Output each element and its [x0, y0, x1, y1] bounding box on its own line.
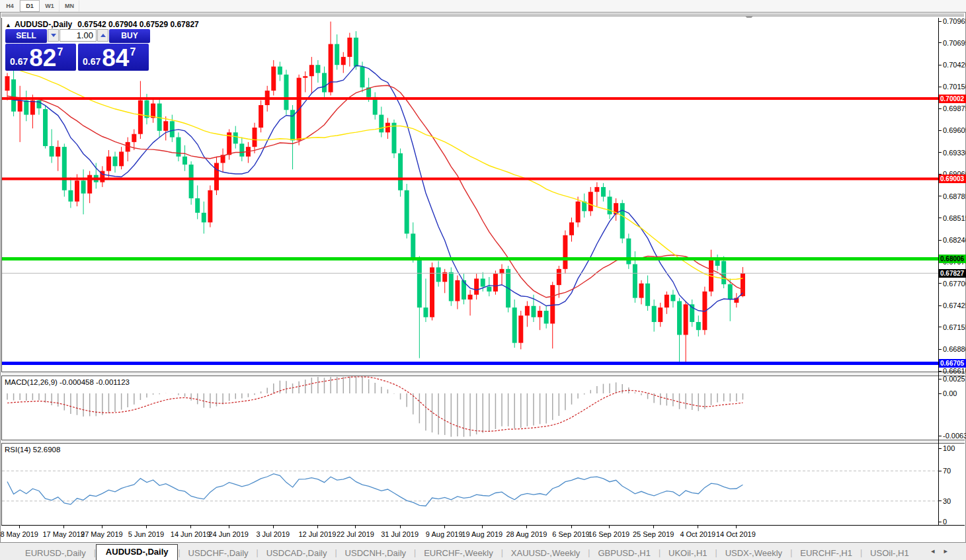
- tab-eurchf-h1[interactable]: EURCHF-,H1: [792, 546, 860, 560]
- price-axis-label: 0.67425: [943, 301, 966, 309]
- date-label: 31 Jul 2019: [381, 530, 419, 538]
- date-tick: [190, 526, 191, 528]
- tab-usoil-h1[interactable]: USOil-,H1: [862, 546, 917, 560]
- rsi-axis-label: 0: [943, 518, 947, 526]
- date-tick: [444, 526, 445, 528]
- period-button-h4[interactable]: H4: [0, 0, 20, 12]
- tab-usdcnh-daily[interactable]: USDCNH-,Daily: [337, 546, 414, 560]
- price-badge-0.68006: 0.68006: [939, 255, 966, 263]
- current-price-badge: 0.67827: [939, 269, 966, 278]
- sell-price-button[interactable]: 0.67 82 7: [5, 44, 76, 71]
- price-axis-tick: [938, 42, 942, 43]
- price-axis-tick: [938, 196, 942, 196]
- price-axis-tick: [938, 152, 942, 153]
- price-axis-tick: [938, 349, 942, 350]
- macd-pane[interactable]: [1, 376, 939, 440]
- collapse-icon[interactable]: ▲: [5, 22, 11, 28]
- date-tick: [400, 526, 401, 528]
- date-label: 5 Jun 2019: [128, 530, 164, 538]
- period-button-d1[interactable]: D1: [20, 0, 40, 12]
- volume-decrease-button[interactable]: [48, 29, 59, 42]
- date-label: 3 Jul 2019: [256, 530, 290, 538]
- price-axis-label: 0.67700: [943, 280, 966, 288]
- period-button-mn[interactable]: MN: [60, 0, 79, 12]
- date-tick: [317, 526, 318, 528]
- date-tick: [526, 526, 527, 528]
- price-axis-tick: [938, 240, 942, 241]
- price-badge-0.66705: 0.66705: [939, 359, 966, 368]
- price-chart-pane[interactable]: [1, 18, 939, 372]
- date-label: 9 Aug 2019: [426, 530, 463, 538]
- symbol-tab-bar: EURUSD-,Daily|AUDUSD-,Daily|USDCHF-,Dail…: [0, 542, 966, 560]
- rsi-chart: [2, 444, 939, 525]
- buy-button[interactable]: BUY: [109, 29, 150, 43]
- price-axis-tick: [938, 130, 942, 131]
- tab-usdchf-daily[interactable]: USDCHF-,Daily: [181, 546, 257, 560]
- price-axis-tick: [938, 371, 942, 372]
- macd-label: MACD(12,26,9) -0.000458 -0.001123: [5, 378, 130, 386]
- date-label: 24 Jun 2019: [208, 530, 249, 538]
- macd-axis-label: 0.002574: [943, 375, 966, 383]
- price-axis-tick: [938, 218, 942, 218]
- rsi-axis-label: 70: [943, 467, 951, 475]
- price-badge-0.70002: 0.70002: [939, 95, 966, 103]
- date-label: 6 Sep 2019: [552, 530, 589, 538]
- tab-eurchf-weekly[interactable]: EURCHF-,Weekly: [416, 546, 501, 560]
- date-label: 19 Aug 2019: [462, 530, 503, 538]
- price-axis-label: 0.68785: [943, 192, 966, 200]
- sell-price-big: 82: [29, 47, 56, 69]
- price-axis-label: 0.70150: [943, 83, 966, 91]
- buy-price-sup: 7: [130, 46, 136, 58]
- volume-input[interactable]: 1.00: [60, 29, 97, 42]
- price-axis-label: 0.67155: [943, 323, 966, 331]
- rsi-label: RSI(14) 52.6908: [5, 446, 60, 454]
- tab-eurusd-daily[interactable]: EURUSD-,Daily: [17, 546, 94, 560]
- price-axis-label: 0.70420: [943, 61, 966, 69]
- date-tick: [273, 526, 274, 528]
- price-axis-label: 0.69330: [943, 149, 966, 157]
- price-axis-label: 0.70965: [943, 17, 966, 25]
- price-axis-label: 0.70695: [943, 39, 966, 47]
- date-tick: [146, 526, 147, 528]
- rsi-axis-tick: [938, 471, 942, 471]
- price-axis-tick: [938, 283, 942, 284]
- date-label: 25 Sep 2019: [633, 530, 674, 538]
- chart-scrollbar[interactable]: [1, 13, 964, 17]
- tab-xauusd-weekly[interactable]: XAUUSD-,Weekly: [503, 546, 588, 560]
- price-axis-tick: [938, 327, 942, 327]
- date-tick: [653, 526, 654, 528]
- period-toolbar: H4D1W1MN: [0, 0, 966, 13]
- date-label: 14 Jun 2019: [171, 530, 211, 538]
- rsi-axis-label: 30: [943, 497, 951, 505]
- price-axis-tick: [938, 305, 942, 306]
- chart-ohlc-values: 0.67542 0.67904 0.67529 0.67827: [77, 20, 199, 29]
- price-badge-0.69003: 0.69003: [939, 175, 966, 183]
- sell-price-sup: 7: [57, 46, 63, 58]
- date-label: 28 Aug 2019: [506, 530, 547, 538]
- tab-scroll-arrows[interactable]: ◂▸: [931, 547, 957, 555]
- rsi-pane[interactable]: [1, 444, 939, 525]
- tab-ukoil-h1[interactable]: UKOil-,H1: [661, 546, 715, 560]
- price-axis-label: 0.66610: [943, 367, 966, 375]
- price-axis-label: 0.69605: [943, 126, 966, 134]
- tab-audusd-daily[interactable]: AUDUSD-,Daily: [96, 544, 179, 560]
- pane-splitter[interactable]: [1, 372, 965, 376]
- sell-price-prefix: 0.67: [10, 56, 28, 67]
- buy-price-prefix: 0.67: [83, 56, 101, 67]
- price-axis-label: 0.69875: [943, 104, 966, 112]
- tab-gbpusd-h1[interactable]: GBPUSD-,H1: [590, 546, 658, 560]
- date-label: 8 May 2019: [0, 530, 38, 538]
- date-tick: [102, 526, 102, 528]
- rsi-axis-tick: [938, 522, 942, 522]
- tab-usdcad-daily[interactable]: USDCAD-,Daily: [259, 546, 335, 560]
- period-button-w1[interactable]: W1: [40, 0, 60, 12]
- sell-button[interactable]: SELL: [5, 29, 47, 43]
- buy-price-button[interactable]: 0.67 84 7: [78, 44, 149, 71]
- chart-symbol: AUDUSD-,Daily: [15, 20, 72, 29]
- volume-increase-button[interactable]: [97, 29, 108, 42]
- date-tick: [63, 526, 64, 528]
- date-tick: [609, 526, 610, 528]
- candlestick-chart[interactable]: [2, 18, 939, 372]
- date-tick: [698, 526, 698, 528]
- tab-usdx-weekly[interactable]: USDX-,Weekly: [717, 546, 790, 560]
